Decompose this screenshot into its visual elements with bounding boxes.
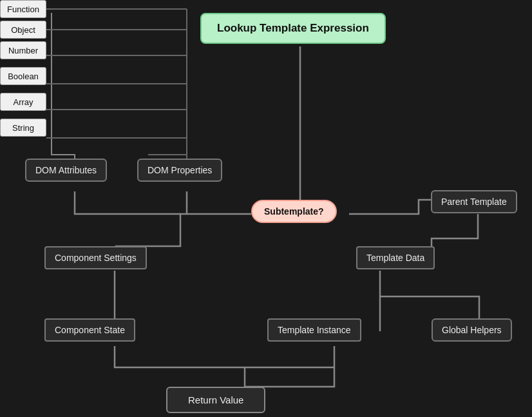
global-helpers-node: Global Helpers	[432, 318, 512, 342]
template-data-node: Template Data	[356, 246, 435, 269]
lookup-node: Lookup Template Expression	[200, 13, 386, 44]
dom-properties-node: DOM Properties	[137, 159, 222, 182]
parent-template-node: Parent Template	[431, 190, 517, 213]
type-object: Object	[0, 21, 46, 39]
type-function: Function	[0, 0, 46, 18]
diagram: Function Object Number Boolean Array Str…	[0, 0, 532, 417]
type-string: String	[0, 119, 46, 137]
template-instance-node: Template Instance	[267, 318, 361, 342]
component-state-node: Component State	[44, 318, 135, 342]
return-value-node: Return Value	[166, 387, 265, 413]
type-boolean: Boolean	[0, 67, 46, 85]
type-array: Array	[0, 93, 46, 111]
component-settings-node: Component Settings	[44, 246, 147, 269]
subtemplate-node: Subtemplate?	[251, 200, 337, 223]
dom-attributes-node: DOM Attributes	[25, 159, 107, 182]
type-number: Number	[0, 41, 46, 59]
